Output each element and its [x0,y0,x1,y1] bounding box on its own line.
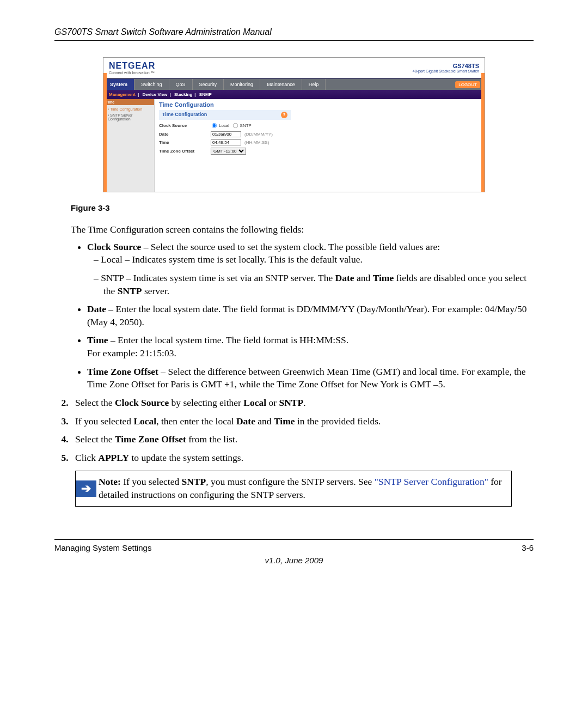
sidebar-head-time[interactable]: Time [103,99,154,105]
screenshot-figure: NETGEAR Connect with Innovation ™ GS748T… [103,57,485,192]
clock-source-label: Clock Source [159,123,211,128]
step-5: Click APPLY to update the system setting… [71,452,534,465]
dash-sntp: SNTP – Indicates system time is set via … [103,272,534,297]
clock-source-sntp-text: SNTP [240,123,252,128]
intro-text: The Time Configuration screen contains t… [71,223,534,236]
tab-help[interactable]: Help [302,79,326,90]
brand-tagline: Connect with Innovation ™ [109,71,155,75]
subtab-stacking[interactable]: Stacking [174,92,192,97]
step-3: If you selected Local, then enter the lo… [71,415,534,428]
subtab-deviceview[interactable]: Device View [142,92,167,97]
date-hint: (DD/MMM/YY) [244,132,273,137]
sidebar-item-sntp[interactable]: › SNTP Server Configuration [106,112,152,122]
tab-qos[interactable]: QoS [169,79,193,90]
tz-label: Time Zone Offset [159,149,211,154]
subtab-management[interactable]: Management [109,92,136,97]
bullet-clock-source: Clock Source – Select the source used to… [87,241,534,298]
date-label: Date [159,132,211,137]
tab-switching[interactable]: Switching [134,79,169,90]
logout-button[interactable]: LOGOUT [455,81,480,88]
tz-select[interactable]: GMT -12:00 [211,148,246,155]
bullet-time: Time – Enter the local system time. The … [87,334,534,360]
clock-source-sntp-radio[interactable] [233,123,238,128]
time-input[interactable] [211,139,241,145]
step-4: Select the Time Zone Offset from the lis… [71,433,534,446]
step-2: Select the Clock Source by selecting eit… [71,397,534,410]
device-description: 48-port Gigabit Stackable Smart Switch [413,69,479,73]
clock-source-local-text: Local [219,123,229,128]
note-box: ➔ Note: If you selected SNTP, you must c… [75,471,512,506]
sntp-link[interactable]: "SNTP Server Configuration" [375,476,488,487]
sub-tabs: Management| Device View| Stacking| SNMP [103,90,485,99]
date-input[interactable] [211,131,241,137]
panel-title: Time Configuration [159,101,480,108]
footer-page: 3-6 [522,543,534,552]
footer-version: v1.0, June 2009 [54,556,534,565]
time-label: Time [159,140,211,145]
clock-source-local-radio[interactable] [212,123,217,128]
brand-logo: NETGEAR [109,61,155,71]
subpanel-title: Time Configuration [162,112,207,118]
tab-system[interactable]: System [103,79,134,90]
figure-caption: Figure 3-3 [71,203,534,212]
tab-security[interactable]: Security [193,79,224,90]
dash-local: Local – Indicates system time is set loc… [103,253,534,266]
footer-section: Managing System Settings [54,543,151,552]
bullet-tz: Time Zone Offset – Select the difference… [87,366,534,391]
main-tabs: System Switching QoS Security Monitoring… [103,78,485,90]
tab-maintenance[interactable]: Maintenance [260,79,302,90]
tab-monitoring[interactable]: Monitoring [224,79,260,90]
sidebar-item-timeconfig[interactable]: › Time Configuration [106,106,152,112]
page-header: GS700TS Smart Switch Software Administra… [54,27,534,41]
sidebar: Time › Time Configuration › SNTP Server … [103,99,155,192]
help-icon[interactable]: ? [281,112,287,118]
device-model: GS748TS [413,63,479,69]
arrow-icon: ➔ [76,480,96,497]
time-hint: (HH:MM:SS) [244,140,269,145]
bullet-date: Date – Enter the local system date. The … [87,303,534,328]
subtab-snmp[interactable]: SNMP [199,92,212,97]
